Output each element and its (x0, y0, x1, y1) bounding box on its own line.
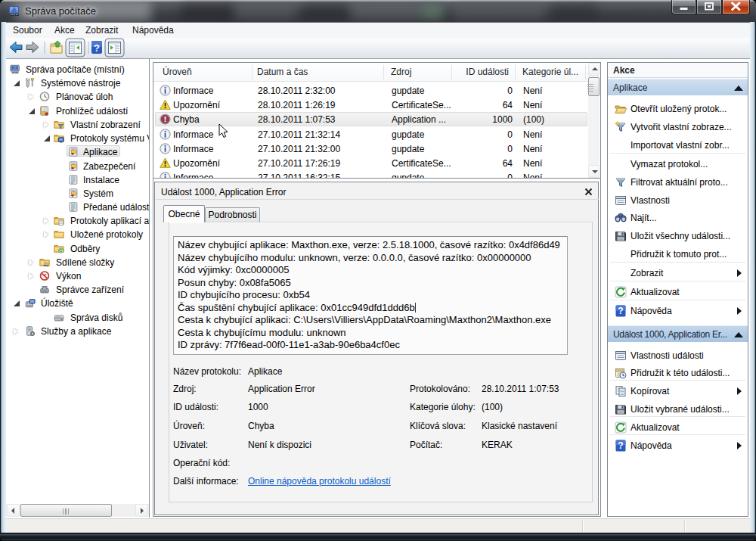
svg-text:?: ? (94, 42, 100, 54)
